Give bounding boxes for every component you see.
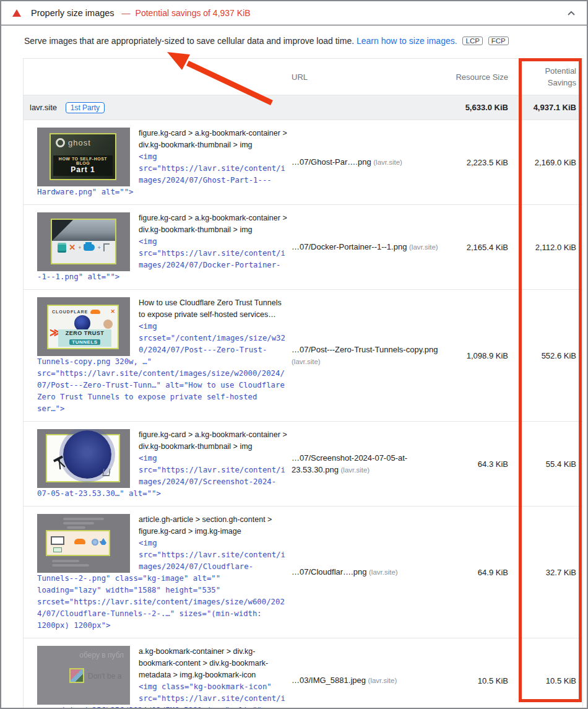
table-row: оберу в публ Don't be a a.kg-bookmark-co… <box>24 638 582 709</box>
url-cell: …07/Post---Zero-Trust-Tunnels-copy.png (… <box>292 344 446 368</box>
potential-savings-cell: 10.5 KiB <box>514 676 584 685</box>
proxmox-icon: ✕ <box>69 243 76 251</box>
docker-whale-icon <box>84 244 95 251</box>
potential-savings-cell: 2,112.0 KiB <box>514 243 584 252</box>
cloudflare-cloud-icon <box>90 310 100 314</box>
host-summary-row: lavr.site 1st Party 5,633.0 KiB 4,937.1 … <box>24 95 582 120</box>
resource-size-cell: 2,165.4 KiB <box>446 243 514 252</box>
audit-description: Serve images that are appropriately-size… <box>24 36 568 46</box>
potential-savings-cell: 32.7 KiB <box>514 568 584 577</box>
resource-size-cell: 64.3 KiB <box>446 459 514 469</box>
ghost-logo-icon <box>56 138 65 147</box>
table-row: ✕ + + figure.kg-card > a.kg-bookmark-con… <box>24 204 582 289</box>
resource-size-cell: 1,098.9 KiB <box>446 351 514 360</box>
host-name: lavr.site <box>30 103 57 112</box>
url-cell: …07/Screenshot-2024-07-05-at-23.53.30.pn… <box>292 452 446 476</box>
thumbnail-ghost-part-1: ghost How to Self-Host Blog Part 1 <box>37 128 130 186</box>
cloudflare-cloud-icon <box>74 539 85 544</box>
thumbnail-bookmark-icon: оберу в публ Don't be a <box>37 646 130 705</box>
table-row: figure.kg-card > a.kg-bookmark-container… <box>24 421 582 506</box>
first-party-badge: 1st Party <box>66 102 105 113</box>
resource-size-cell: 64.9 KiB <box>446 568 514 577</box>
title-separator: — <box>122 8 131 18</box>
url-cell: …03/IMG_5881.jpeg (lavr.site) <box>292 674 446 687</box>
table-row: ghost How to Self-Host Blog Part 1 figur… <box>24 120 582 204</box>
audit-header[interactable]: Properly size images — Potential savings… <box>1 1 587 25</box>
audit-panel: { "audit": { "title": "Properly size ima… <box>0 0 588 709</box>
chair-icon <box>102 469 111 476</box>
potential-savings-cell: 552.6 KiB <box>514 351 584 360</box>
potential-savings-cell: 55.4 KiB <box>514 459 584 469</box>
savings-summary: Potential savings of 4,937 KiB <box>136 8 251 18</box>
window-icon <box>51 536 64 545</box>
potential-savings-cell: 2,169.0 KiB <box>514 158 584 167</box>
summary-potential-savings: 4,937.1 KiB <box>514 103 584 112</box>
warning-triangle-icon <box>12 9 21 17</box>
stack-icon <box>58 245 66 251</box>
telescope-icon <box>53 455 63 462</box>
table-row: CLOUDFLARE ✕ ≫ ZERO TRUST TUNNELS How to… <box>24 289 582 421</box>
summary-resource-size: 5,633.0 KiB <box>446 103 514 112</box>
thumbnail-cloudflare-tunnels-diagram <box>37 514 130 573</box>
fcp-chip: FCP <box>488 37 509 45</box>
items-table: URL Resource Size Potential Savings lavr… <box>23 58 583 708</box>
thumbnail-screenshot-night-sky <box>37 429 130 488</box>
table-header-row: URL Resource Size Potential Savings <box>24 59 582 95</box>
face-icon <box>103 320 113 329</box>
table-row: article.gh-article > section.gh-content … <box>24 506 582 638</box>
avatar <box>69 668 84 683</box>
rocket-icon <box>100 538 106 545</box>
learn-more-link[interactable]: Learn how to size images. <box>357 36 457 46</box>
url-cell: …07/Docker-Portainer--1--1.png (lavr.sit… <box>292 241 446 253</box>
url-column-header: URL <box>292 71 446 83</box>
potential-savings-column-header: Potential Savings <box>514 65 584 89</box>
collapse-chevron-icon[interactable] <box>567 11 576 16</box>
thumbnail-docker-portainer: ✕ + + <box>37 212 130 271</box>
photo-strip <box>52 220 115 241</box>
audit-title: Properly size images <box>31 8 115 18</box>
resource-size-column-header: Resource Size <box>446 72 514 82</box>
resource-size-cell: 10.5 KiB <box>446 676 514 685</box>
description-text: Serve images that are appropriately-size… <box>24 36 354 46</box>
crane-icon <box>103 243 110 251</box>
lcp-chip: LCP <box>462 37 482 45</box>
url-cell: …07/Cloudflar….png (lavr.site) <box>292 566 446 578</box>
url-cell: …07/Ghost-Par….png (lavr.site) <box>292 156 446 168</box>
thumbnail-zero-trust-tunnels: CLOUDFLARE ✕ ≫ ZERO TRUST TUNNELS <box>37 297 130 356</box>
resource-size-cell: 2,223.5 KiB <box>446 158 514 167</box>
globe-icon <box>92 539 98 546</box>
